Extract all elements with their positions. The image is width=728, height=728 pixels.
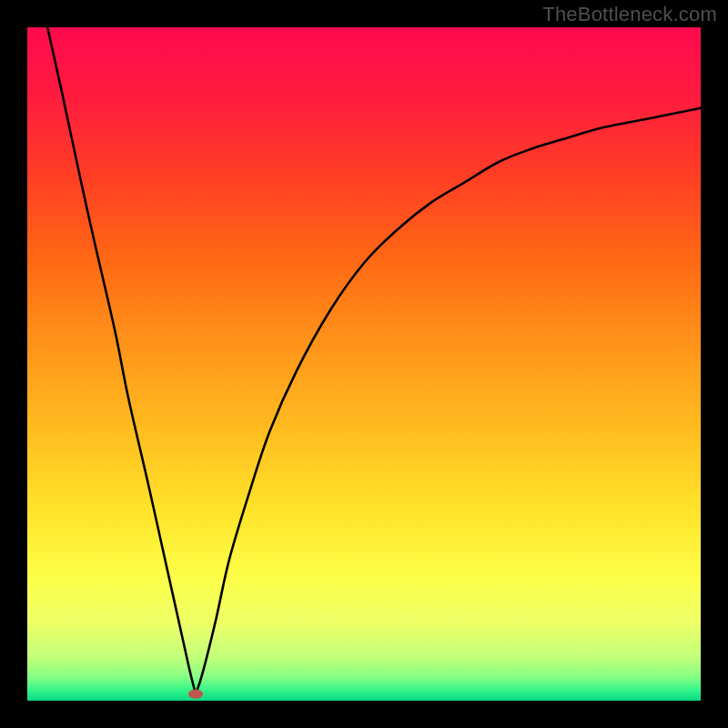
curve-layer	[27, 27, 701, 701]
curve-right-branch	[196, 108, 701, 694]
chart-container: TheBottleneck.com	[0, 0, 728, 728]
minimum-marker	[188, 689, 203, 698]
plot-area	[27, 27, 701, 701]
curve-left-branch	[47, 27, 196, 694]
watermark-text: TheBottleneck.com	[542, 3, 717, 26]
